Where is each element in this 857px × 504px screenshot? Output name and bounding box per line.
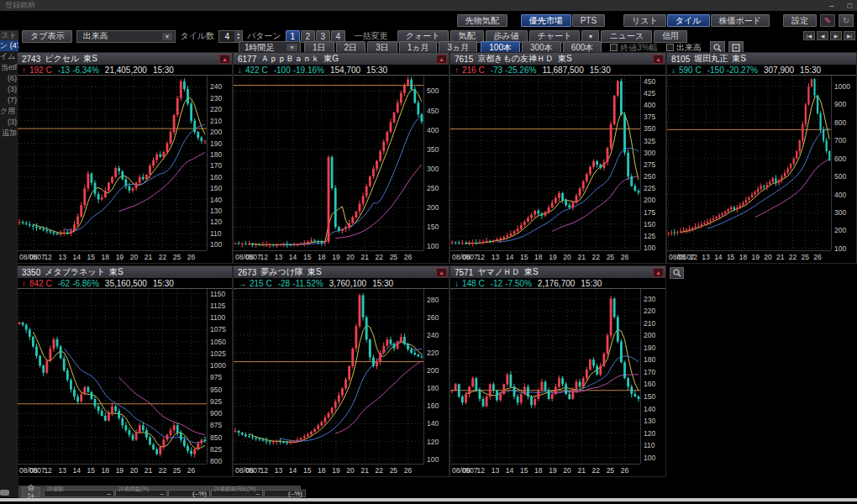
first-page-button[interactable]: |◀ xyxy=(803,31,815,40)
chart-title-bar[interactable]: 3350 メタプラネット 東S ▲ xyxy=(18,266,232,278)
svg-text:19: 19 xyxy=(549,253,557,261)
tick-direction-icon: ↑ xyxy=(455,66,459,75)
svg-text:21: 21 xyxy=(145,466,153,475)
chart-panel[interactable]: 3350 メタプラネット 東S ▲ ↑ 842 C -62 -6.86% 35,… xyxy=(17,265,233,477)
alert-icon[interactable]: ▲ xyxy=(653,268,664,277)
svg-text:13: 13 xyxy=(492,253,500,261)
sidebar-item-3[interactable]: (6) xyxy=(0,73,18,84)
checkbox-icon[interactable] xyxy=(610,44,618,51)
sidebar-item-6[interactable]: ク用 ( xyxy=(0,106,18,117)
svg-text:100: 100 xyxy=(644,244,655,252)
price-change: -100 xyxy=(274,66,291,75)
news-mode-button[interactable]: ニュース xyxy=(601,30,652,43)
svg-text:19: 19 xyxy=(751,253,760,261)
margin-mode-button[interactable]: 信用 xyxy=(654,30,687,43)
pts-button[interactable]: PTS xyxy=(572,14,605,27)
sort-dropdown[interactable]: 出来高 ▼ xyxy=(76,30,176,43)
bulk-change-button[interactable]: 一括変更 xyxy=(355,30,388,42)
svg-text:400: 400 xyxy=(427,126,439,134)
list-view-button[interactable]: リスト xyxy=(623,14,666,27)
candlestick-chart[interactable]: 2402302202102001901801701601501401301201… xyxy=(18,76,232,264)
settings-button[interactable]: 設定 xyxy=(783,14,817,27)
pen-icon[interactable]: ✎ xyxy=(820,14,835,27)
svg-text:130: 130 xyxy=(210,207,222,215)
chart-panel[interactable]: 7615 京都きもの友禅ＨＤ 東S ▲ ↑ 216 C -73 -25.26% … xyxy=(450,52,666,264)
stock-code: 7571 xyxy=(455,268,473,277)
candlestick-chart[interactable]: 2302202102001901801701601501401301201101… xyxy=(450,289,665,477)
checkbox-icon[interactable] xyxy=(666,44,674,51)
last-page-button[interactable]: ▶| xyxy=(844,31,855,40)
volume: 2,176,700 xyxy=(538,279,576,288)
futures-quote-button[interactable]: 先物気配 xyxy=(457,14,507,27)
chart-title-bar[interactable]: 7571 ヤマノＨＤ 東S ▲ xyxy=(450,266,665,278)
chart-title-bar[interactable]: 2673 夢みつけ隊 東S ▲ xyxy=(234,266,449,278)
svg-text:500: 500 xyxy=(427,87,439,95)
priority-market-button[interactable]: 優先市場 xyxy=(521,14,571,27)
svg-text:15: 15 xyxy=(303,253,312,261)
sidebar-item-7[interactable]: (3) xyxy=(0,117,18,128)
alert-icon[interactable]: ▲ xyxy=(436,268,447,277)
svg-text:22: 22 xyxy=(592,253,601,261)
last-price: 422 C xyxy=(245,66,268,75)
svg-text:25: 25 xyxy=(607,253,615,261)
svg-text:150: 150 xyxy=(427,223,439,231)
candlestick-chart[interactable]: 1150112511001075105010251000975950925900… xyxy=(18,289,232,477)
svg-text:400: 400 xyxy=(644,101,655,109)
valuation-daychange-label: 評価額前日比(%) xyxy=(214,486,255,493)
sidebar-item-0[interactable]: ン (47) xyxy=(0,40,18,51)
svg-text:21: 21 xyxy=(145,253,153,261)
chart-panel[interactable]: 6177 ＡｐｐＢａｎｋ 東G ▲ ↓ 422 C -100 -19.16% 1… xyxy=(233,52,450,264)
svg-text:240: 240 xyxy=(210,82,222,91)
chart-quote-bar: ↓ 422 C -100 -19.16% 154,700 15:30 xyxy=(234,65,449,76)
svg-text:08: 08 xyxy=(29,466,38,475)
svg-text:275: 275 xyxy=(644,160,655,169)
candlestick-chart[interactable]: 4504254003753503253002752502252001751501… xyxy=(450,76,665,264)
sidebar-item-1[interactable]: イム (6) xyxy=(0,51,18,62)
tab-display-button[interactable]: タブ表示 xyxy=(22,30,72,43)
sidebar-item-4[interactable]: (3) xyxy=(0,84,18,95)
valuation-pl-pct: (–%) xyxy=(168,490,210,497)
chart-title-bar[interactable]: 8105 堀田丸正 東S ▲ xyxy=(667,53,856,65)
maximize-button[interactable]: □ xyxy=(848,2,852,10)
candlestick-chart[interactable]: 50045040035030025020015010008/0507081213… xyxy=(234,76,449,264)
svg-text:22: 22 xyxy=(159,253,167,261)
svg-text:13: 13 xyxy=(702,253,710,261)
stock-name: 堀田丸正 xyxy=(694,53,728,65)
next-page-button[interactable]: ▶ xyxy=(830,31,842,40)
svg-text:300: 300 xyxy=(644,149,655,157)
alert-icon[interactable]: ▲ xyxy=(653,55,664,64)
sidebar-item-5[interactable]: (7) xyxy=(0,95,18,106)
chart-panel[interactable]: 8105 堀田丸正 東S ▲ ↓ 590 C -150 -20.27% 307,… xyxy=(666,52,857,264)
chart-title-bar[interactable]: 7615 京都きもの友禅ＨＤ 東S ▲ xyxy=(450,53,665,65)
svg-text:140: 140 xyxy=(427,419,439,428)
svg-text:25: 25 xyxy=(390,253,398,261)
price-change: -28 xyxy=(278,279,290,288)
candlestick-chart[interactable]: 28026024022020018016014012010008/0507081… xyxy=(234,289,449,477)
chart-title-bar[interactable]: 6177 ＡｐｐＢａｎｋ 東G ▲ xyxy=(234,53,449,65)
stepper-arrows-icon[interactable]: ▲▼ xyxy=(234,31,242,42)
search-symbol-icon[interactable] xyxy=(670,267,684,279)
price-change-pct: -20.27% xyxy=(727,66,758,75)
alert-icon[interactable]: ▲ xyxy=(219,55,230,64)
stock-market: 東S xyxy=(308,266,322,278)
prev-page-button[interactable]: ◀ xyxy=(817,31,828,40)
svg-text:08: 08 xyxy=(677,253,686,261)
svg-text:160: 160 xyxy=(644,380,655,388)
candlestick-chart[interactable]: 100090080070060050040030020010008/050708… xyxy=(667,76,856,264)
stock-code: 3350 xyxy=(22,268,40,277)
price-change-pct: -25.26% xyxy=(505,66,536,75)
sidebar-item-8[interactable]: 追加 xyxy=(0,128,18,139)
sidebar-item-2[interactable]: 当etf xyxy=(0,62,18,73)
stock-name: 夢みつけ隊 xyxy=(260,266,303,278)
horizontal-scrollbar-thumb[interactable] xyxy=(0,490,9,496)
chart-panel[interactable]: 7571 ヤマノＨＤ 東S ▲ ↓ 148 C -12 -7.50% 2,176… xyxy=(450,265,666,477)
price-board-button[interactable]: 株価ボード xyxy=(711,14,770,27)
chart-title-bar[interactable]: 2743 ピクセル 東S ▲ xyxy=(18,53,232,65)
refresh-icon[interactable]: ↻ xyxy=(839,14,854,27)
tile-view-button[interactable]: タイル xyxy=(667,14,710,27)
minimize-button[interactable]: – xyxy=(830,2,834,10)
alert-icon[interactable]: ▲ xyxy=(436,55,447,64)
chart-panel[interactable]: 2673 夢みつけ隊 東S ▲ → 215 C -28 -11.52% 3,76… xyxy=(233,265,450,477)
chart-panel[interactable]: 2743 ピクセル 東S ▲ ↑ 192 C -13 -6.34% 21,405… xyxy=(17,52,233,264)
valuation-daychange-pct: (–%) xyxy=(264,490,306,497)
